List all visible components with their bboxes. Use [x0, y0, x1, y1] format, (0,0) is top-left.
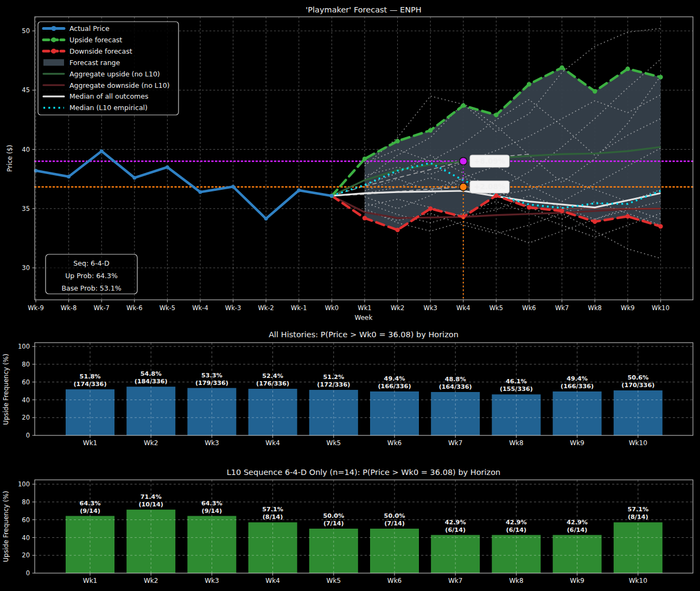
dashboard-canvas: +8.09%+2.08%Wk-9Wk-8Wk-7Wk-6Wk-5Wk-4Wk-3… [0, 0, 700, 591]
x-tick-label: Wk-9 [28, 304, 44, 312]
legend-label: Aggregate downside (no L10) [69, 81, 170, 89]
x-tick-label: Wk2 [144, 577, 158, 584]
x-tick-label: Wk10 [652, 304, 670, 312]
x-tick-label: Wk1 [358, 304, 371, 312]
bar-value-label: 64.3% [80, 500, 101, 507]
bar-value-label: 46.1% [506, 378, 527, 385]
actual-price-marker [100, 149, 104, 153]
bar-value-label: 49.4% [567, 375, 588, 382]
bar-value-label: 42.9% [506, 519, 527, 526]
x-tick-label: Wk5 [327, 439, 341, 447]
bar-count-label: (166/336) [378, 383, 411, 390]
y-tick-label: 0 [26, 569, 30, 577]
bar-count-label: (170/336) [621, 382, 654, 389]
legend-label: Downside forecast [69, 47, 132, 55]
actual-price-marker [199, 190, 202, 194]
forecast-chart-title: 'Playmaker' Forecast — ENPH [306, 5, 421, 14]
l10-sequence-title: L10 Sequence 6-4-D Only (n=14): P(Price … [227, 468, 500, 477]
x-tick-label: Wk4 [456, 304, 470, 312]
all-histories-yaxis-label: Upside Frequency (%) [2, 354, 10, 425]
downside-marker [626, 214, 630, 219]
upside-marker [428, 128, 432, 132]
forecast-chart: +8.09%+2.08%Wk-9Wk-8Wk-7Wk-6Wk-5Wk-4Wk-3… [22, 17, 693, 312]
bar-count-label: (7/14) [384, 520, 405, 527]
info-box-line: Base Prob: 53.1% [61, 284, 121, 292]
forecast-yaxis-label: Price ($) [6, 145, 14, 172]
forecast-xaxis-label: Week [355, 314, 373, 322]
x-tick-label: Wk7 [448, 577, 462, 584]
upside-marker [593, 89, 597, 93]
upside-marker [658, 75, 663, 79]
x-tick-label: Wk-4 [192, 304, 208, 312]
y-tick-label: 0 [26, 432, 30, 439]
bar-value-label: 51.2% [323, 374, 344, 381]
bar-value-label: 49.4% [384, 375, 405, 382]
x-tick-label: Wk6 [387, 439, 402, 447]
x-tick-label: Wk5 [327, 577, 341, 584]
bar-count-label: (174/336) [73, 381, 106, 388]
downside-marker [395, 228, 399, 232]
legend-label: Median of all outcomes [69, 92, 148, 100]
legend-label: Aggregate upside (no L10) [69, 70, 160, 78]
x-tick-label: Wk9 [570, 577, 584, 584]
bar-value-label: 57.1% [262, 506, 283, 513]
bar-value-label: 71.4% [141, 493, 162, 500]
x-tick-label: Wk9 [621, 304, 634, 312]
y-tick-label: 45 [22, 86, 30, 94]
bar-count-label: (10/14) [138, 501, 163, 508]
x-tick-label: Wk-2 [258, 304, 274, 312]
y-tick-label: 50 [22, 27, 30, 35]
x-tick-label: Wk1 [83, 577, 97, 584]
downside-marker [559, 209, 564, 213]
legend-label: Upside forecast [69, 36, 122, 44]
l10-sequence-chart: 64.3%(9/14)71.4%(10/14)64.3%(9/14)57.1%(… [18, 480, 693, 584]
info-box-line: Seq: 6-4-D [73, 259, 109, 267]
legend-label: Forecast range [69, 59, 120, 67]
bar-count-label: (8/14) [628, 513, 648, 521]
bar-value-label: 50.6% [627, 374, 648, 381]
bar-count-label: (166/336) [561, 383, 594, 390]
actual-price-marker [264, 217, 268, 221]
y-tick-label: 20 [22, 414, 30, 421]
all-histories-chart: 51.8%(174/336)54.8%(184/336)53.3%(179/33… [18, 343, 693, 447]
legend-label: Actual Price [69, 24, 110, 33]
bar-count-label: (8/14) [263, 513, 283, 521]
bar-value-label: 51.8% [80, 373, 101, 380]
x-tick-label: Wk-3 [225, 304, 241, 312]
y-tick-label: 80 [22, 361, 30, 368]
x-tick-label: Wk10 [629, 577, 647, 584]
downside-marker [658, 224, 663, 228]
bar-value-label: 53.3% [201, 372, 222, 379]
legend-label: Median (L10 empirical) [69, 104, 148, 112]
info-box-line: Up Prob: 64.3% [65, 272, 118, 280]
upside-marker [461, 103, 466, 107]
bar-count-label: (179/336) [195, 380, 228, 387]
x-tick-label: Wk3 [424, 304, 437, 312]
bar-value-label: 54.8% [141, 370, 162, 377]
x-tick-label: Wk5 [489, 304, 503, 312]
actual-price-marker [166, 165, 169, 169]
legend-marker [52, 49, 56, 54]
x-tick-label: Wk3 [205, 577, 219, 584]
bar-wk2 [126, 387, 175, 435]
bar-value-label: 42.9% [445, 519, 466, 526]
x-tick-label: Wk2 [391, 304, 404, 312]
annotation-marker [460, 183, 467, 191]
y-tick-label: 60 [22, 378, 30, 386]
bar-count-label: (6/14) [445, 526, 466, 534]
bar-value-label: 50.0% [323, 512, 344, 519]
upside-marker [362, 157, 367, 161]
legend-marker [52, 26, 56, 31]
upside-marker [395, 139, 399, 143]
x-tick-label: Wk0 [325, 304, 339, 312]
x-tick-label: Wk-7 [93, 304, 110, 312]
annotation-label: +2.08% [474, 182, 506, 191]
bar-count-label: (155/336) [500, 386, 533, 393]
actual-price-marker [297, 188, 301, 192]
l10-yaxis-label: Upside Frequency (%) [2, 491, 10, 562]
bar-count-label: (184/336) [135, 378, 168, 385]
x-tick-label: Wk-8 [61, 304, 77, 312]
x-tick-label: Wk8 [509, 439, 523, 447]
legend-swatch-patch [43, 59, 64, 66]
bar-value-label: 42.9% [567, 519, 588, 526]
